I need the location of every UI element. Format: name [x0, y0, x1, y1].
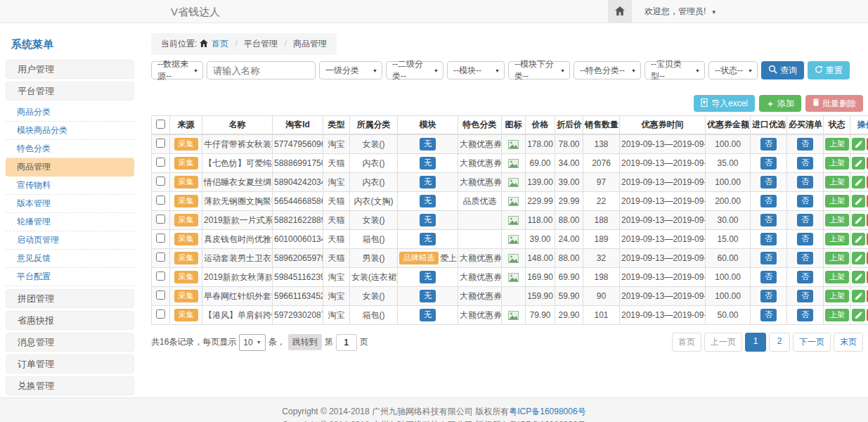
must-buy-badge[interactable]: 否 — [797, 138, 813, 150]
row-checkbox[interactable] — [156, 215, 165, 224]
batch-delete-button[interactable]: 批量删除 — [805, 95, 863, 112]
sidebar-item-宣传物料[interactable]: 宣传物料 — [6, 177, 134, 195]
sidebar-group-平台管理[interactable]: 平台管理 — [6, 82, 134, 101]
user-menu[interactable]: 欢迎您，管理员! ▼ — [632, 0, 717, 23]
reset-button[interactable]: 重置 — [808, 61, 850, 79]
sidebar-group-订单管理[interactable]: 订单管理 — [6, 354, 134, 373]
must-buy-badge[interactable]: 否 — [797, 176, 813, 188]
sidebar-item-特色分类[interactable]: 特色分类 — [6, 140, 134, 158]
must-buy-badge[interactable]: 否 — [797, 271, 813, 283]
sidebar-item-模块商品分类[interactable]: 模块商品分类 — [6, 122, 134, 140]
row-checkbox[interactable] — [156, 158, 165, 167]
row-checkbox[interactable] — [156, 309, 165, 319]
status-badge[interactable]: 上架 — [825, 309, 849, 321]
breadcrumb-home-link[interactable]: 首页 — [212, 39, 228, 49]
cell-module: 无 — [398, 211, 458, 230]
row-checkbox[interactable] — [156, 177, 165, 186]
must-buy-badge[interactable]: 否 — [797, 195, 813, 207]
edit-button[interactable] — [852, 195, 865, 207]
cell-coupon-amount: 100.00 — [706, 287, 751, 306]
filter-select-数据来源[interactable]: --数据来源--▼ — [151, 61, 203, 79]
status-badge[interactable]: 上架 — [825, 214, 849, 226]
page-button-上一页[interactable]: 上一页 — [704, 333, 742, 352]
import-select-badge[interactable]: 否 — [760, 271, 777, 283]
filter-select-特色分类[interactable]: --特色分类--▼ — [574, 61, 641, 79]
sidebar-item-版本管理[interactable]: 版本管理 — [6, 195, 134, 213]
status-badge[interactable]: 上架 — [825, 176, 849, 188]
status-badge[interactable]: 上架 — [825, 157, 849, 169]
row-checkbox[interactable] — [156, 234, 165, 243]
name-search-input[interactable] — [207, 61, 316, 79]
icp-link[interactable]: 粤ICP备16098006号 — [509, 407, 585, 416]
sidebar-group-用户管理[interactable]: 用户管理 — [6, 60, 134, 79]
import-select-badge[interactable]: 否 — [760, 233, 777, 245]
must-buy-badge[interactable]: 否 — [797, 233, 813, 245]
page-button-首页[interactable]: 首页 — [672, 333, 701, 352]
filter-select-一级分类[interactable]: 一级分类▼ — [319, 61, 382, 79]
must-buy-badge[interactable]: 否 — [797, 157, 813, 169]
row-checkbox[interactable] — [156, 139, 165, 148]
sidebar-item-启动页管理[interactable]: 启动页管理 — [6, 231, 134, 250]
edit-button[interactable] — [852, 214, 865, 226]
edit-button[interactable] — [852, 290, 865, 302]
edit-button[interactable] — [852, 157, 865, 170]
search-button[interactable]: 查询 — [761, 61, 804, 79]
row-checkbox[interactable] — [156, 252, 165, 262]
sidebar-item-平台配置[interactable]: 平台配置 — [6, 268, 134, 286]
import-select-badge[interactable]: 否 — [760, 290, 777, 302]
filter-select-状态[interactable]: --状态--▼ — [708, 61, 758, 79]
row-checkbox[interactable] — [156, 290, 165, 300]
jump-page-input[interactable] — [336, 334, 357, 351]
status-badge[interactable]: 上架 — [825, 290, 849, 302]
edit-button[interactable] — [852, 309, 865, 321]
sidebar-group-兑换管理[interactable]: 兑换管理 — [6, 376, 134, 395]
row-checkbox[interactable] — [156, 196, 165, 205]
source-badge: 采集 — [174, 233, 198, 245]
module-none-badge: 无 — [420, 290, 436, 302]
must-buy-badge[interactable]: 否 — [797, 309, 813, 321]
page-button-末页[interactable]: 末页 — [834, 333, 863, 352]
filter-select-模块[interactable]: --模块--▼ — [447, 61, 505, 79]
status-badge[interactable]: 上架 — [825, 252, 849, 264]
sidebar-item-轮播管理[interactable]: 轮播管理 — [6, 213, 134, 231]
import-select-badge[interactable]: 否 — [760, 214, 777, 226]
add-button[interactable]: ＋ 添加 — [759, 95, 801, 112]
page-button-1[interactable]: 1 — [745, 333, 766, 352]
status-badge[interactable]: 上架 — [825, 138, 849, 150]
import-select-badge[interactable]: 否 — [760, 176, 777, 188]
select-all-checkbox[interactable] — [156, 120, 165, 129]
jump-button[interactable]: 跳转到 — [288, 334, 322, 350]
page-button-2[interactable]: 2 — [769, 333, 790, 352]
page-size-select[interactable]: 10 ▼ — [239, 334, 265, 351]
edit-button[interactable] — [852, 176, 865, 188]
filter-select-宝贝类型[interactable]: --宝贝类型--▼ — [644, 61, 705, 79]
filter-select-模块下分类[interactable]: --模块下分类--▼ — [508, 61, 570, 79]
edit-button[interactable] — [852, 138, 865, 151]
edit-button[interactable] — [852, 271, 865, 283]
edit-button[interactable] — [852, 233, 865, 245]
import-select-badge[interactable]: 否 — [760, 157, 777, 169]
home-nav-button[interactable] — [608, 0, 632, 23]
must-buy-badge[interactable]: 否 — [797, 290, 813, 302]
sidebar-group-拼团管理[interactable]: 拼团管理 — [6, 289, 134, 308]
page-button-下一页[interactable]: 下一页 — [793, 333, 831, 352]
must-buy-badge[interactable]: 否 — [797, 214, 813, 226]
filter-select-二级分类[interactable]: --二级分类--▼ — [386, 61, 443, 79]
status-badge[interactable]: 上架 — [825, 271, 849, 283]
import-select-badge[interactable]: 否 — [760, 138, 777, 150]
sidebar-item-商品管理[interactable]: 商品管理 — [6, 158, 134, 177]
sidebar-group-省惠快报[interactable]: 省惠快报 — [6, 311, 134, 330]
edit-button[interactable] — [852, 252, 865, 264]
must-buy-badge[interactable]: 否 — [797, 252, 813, 264]
import-select-badge[interactable]: 否 — [760, 252, 777, 264]
cell-category: 男装() — [350, 249, 398, 268]
sidebar-item-商品分类[interactable]: 商品分类 — [6, 103, 134, 122]
import-select-badge[interactable]: 否 — [760, 309, 777, 321]
status-badge[interactable]: 上架 — [825, 233, 849, 245]
row-checkbox[interactable] — [156, 271, 165, 281]
status-badge[interactable]: 上架 — [825, 195, 849, 207]
import-select-badge[interactable]: 否 — [760, 195, 777, 207]
import-excel-button[interactable]: 导入excel — [694, 95, 755, 112]
sidebar-item-意见反馈[interactable]: 意见反馈 — [6, 250, 134, 268]
sidebar-group-消息管理[interactable]: 消息管理 — [6, 333, 134, 352]
